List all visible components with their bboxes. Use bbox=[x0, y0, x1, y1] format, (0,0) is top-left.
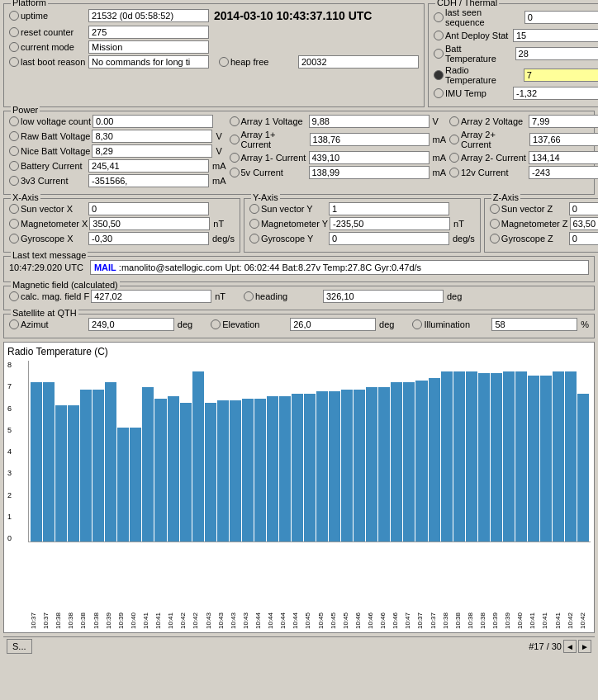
ymag-radio[interactable] bbox=[249, 219, 259, 229]
raw-batt-label: Raw Batt Voltage bbox=[21, 131, 90, 141]
arr1p-current-radio[interactable] bbox=[230, 135, 240, 144]
ysun-radio[interactable] bbox=[249, 204, 259, 214]
radio-temp-radio[interactable] bbox=[434, 70, 444, 80]
elevation-value[interactable] bbox=[290, 318, 376, 331]
arr1-volt-radio[interactable] bbox=[230, 116, 240, 126]
heading-radio[interactable] bbox=[244, 291, 254, 301]
x-label: 10:44 bbox=[254, 588, 266, 629]
ymag-value[interactable] bbox=[330, 217, 450, 230]
heap-radio[interactable] bbox=[219, 57, 229, 67]
arr2m-current-radio[interactable] bbox=[449, 153, 459, 163]
imu-temp-radio[interactable] bbox=[434, 88, 444, 98]
boot-value[interactable] bbox=[88, 55, 209, 69]
xmag-radio[interactable] bbox=[9, 219, 19, 229]
msg-content: MAIL :manolito@satellogic.com Upt: 06:02… bbox=[90, 260, 589, 275]
zsun-value[interactable] bbox=[569, 202, 598, 215]
mode-label: current mode bbox=[21, 42, 87, 52]
low-volt-value[interactable] bbox=[93, 115, 213, 128]
v3-current-radio[interactable] bbox=[9, 176, 19, 186]
x-label: 10:42 bbox=[567, 588, 578, 629]
x-label: 10:43 bbox=[242, 588, 254, 629]
chart-bar bbox=[316, 391, 328, 542]
zgyro-radio[interactable] bbox=[490, 234, 500, 244]
ysun-value[interactable] bbox=[329, 202, 449, 215]
v12-current-label: 12v Current bbox=[461, 168, 527, 177]
arr2p-current-value[interactable] bbox=[529, 133, 598, 146]
elevation-radio[interactable] bbox=[211, 319, 221, 329]
last-seen-value[interactable] bbox=[524, 11, 598, 24]
ant-deploy-radio[interactable] bbox=[434, 31, 444, 40]
illumination-value[interactable] bbox=[491, 318, 577, 331]
batt-current-value[interactable] bbox=[88, 159, 209, 173]
v5-current-unit: mA bbox=[433, 168, 447, 177]
zmag-radio[interactable] bbox=[490, 219, 500, 229]
ygyro-value[interactable] bbox=[329, 232, 449, 245]
ygyro-radio[interactable] bbox=[249, 234, 259, 244]
x-label: 10:46 bbox=[379, 588, 391, 629]
arr1m-current-radio[interactable] bbox=[230, 153, 240, 163]
arr1-volt-value[interactable] bbox=[309, 115, 430, 128]
xsun-value[interactable] bbox=[88, 202, 209, 215]
raw-batt-radio[interactable] bbox=[9, 131, 19, 141]
radio-temp-value[interactable] bbox=[524, 69, 598, 82]
last-seen-radio[interactable] bbox=[434, 12, 444, 22]
xsun-radio[interactable] bbox=[9, 204, 19, 214]
mode-radio[interactable] bbox=[9, 42, 19, 52]
arr2m-current-value[interactable] bbox=[529, 151, 598, 164]
arr1p-current-value[interactable] bbox=[310, 133, 430, 146]
calc-mag-radio[interactable] bbox=[9, 291, 19, 301]
arr1m-current-value[interactable] bbox=[309, 151, 430, 164]
xgyro-radio[interactable] bbox=[9, 234, 19, 244]
boot-radio[interactable] bbox=[9, 57, 19, 67]
x-label: 10:42 bbox=[179, 588, 191, 629]
nice-batt-value[interactable] bbox=[92, 144, 212, 158]
illumination-radio[interactable] bbox=[412, 319, 422, 329]
batt-temp-radio[interactable] bbox=[434, 49, 444, 59]
batt-temp-value[interactable] bbox=[515, 47, 598, 60]
yaxis-group: Y-Axis Sun vector Y Magnetometer Y nT Gy… bbox=[244, 198, 481, 253]
arr2-volt-radio[interactable] bbox=[449, 116, 459, 126]
uptime-label: uptime bbox=[21, 11, 87, 21]
arr2p-current-radio[interactable] bbox=[449, 135, 459, 144]
xgyro-value[interactable] bbox=[88, 232, 209, 245]
low-volt-radio[interactable] bbox=[9, 116, 19, 126]
reset-radio[interactable] bbox=[9, 27, 19, 37]
nav-next-button[interactable]: ► bbox=[578, 640, 591, 653]
calc-mag-value[interactable] bbox=[91, 290, 211, 303]
uptime-radio[interactable] bbox=[9, 11, 19, 21]
uptime-value[interactable] bbox=[88, 9, 209, 22]
heading-value[interactable] bbox=[323, 290, 444, 303]
v5-current-radio[interactable] bbox=[230, 168, 240, 177]
mode-value[interactable] bbox=[88, 40, 209, 54]
msg-body: Upt: 06:02:44 Bat:8.27v Temp:27.8C Gyr:0… bbox=[225, 262, 421, 272]
batt-current-radio[interactable] bbox=[9, 161, 19, 171]
imu-temp-value[interactable] bbox=[513, 87, 598, 100]
arr2-volt-value[interactable] bbox=[529, 115, 598, 128]
heap-value[interactable] bbox=[298, 55, 419, 69]
chart-bar bbox=[441, 371, 453, 542]
nice-batt-radio[interactable] bbox=[9, 146, 19, 156]
chart-box: Radio Temperature (C) 8 7 6 5 4 3 2 1 0 … bbox=[3, 342, 595, 633]
v3-current-value[interactable] bbox=[88, 174, 209, 187]
raw-batt-value[interactable] bbox=[92, 130, 212, 143]
xaxis-label: X-Axis bbox=[11, 192, 40, 202]
nav-prev-button[interactable]: ◄ bbox=[563, 640, 577, 653]
power-group: Power low voltage count Raw Batt Voltage… bbox=[3, 111, 595, 195]
v12-current-radio[interactable] bbox=[449, 168, 459, 177]
azimut-value[interactable] bbox=[88, 318, 174, 331]
azimut-radio[interactable] bbox=[9, 319, 19, 329]
reset-value[interactable] bbox=[88, 26, 209, 39]
arr1p-current-label: Array 1+ Current bbox=[241, 130, 308, 149]
xmag-value[interactable] bbox=[89, 217, 210, 230]
zmag-value[interactable] bbox=[570, 217, 598, 230]
x-label: 10:40 bbox=[516, 588, 528, 629]
zsun-radio[interactable] bbox=[490, 204, 500, 214]
status-button[interactable]: S... bbox=[7, 639, 32, 654]
zgyro-value[interactable] bbox=[569, 232, 598, 245]
arr1m-current-label: Array 1- Current bbox=[241, 153, 307, 163]
chart-bar bbox=[267, 396, 278, 542]
v5-current-value[interactable] bbox=[309, 166, 430, 179]
v12-current-value[interactable] bbox=[529, 166, 598, 179]
ant-deploy-value[interactable] bbox=[513, 29, 598, 42]
x-label: 10:41 bbox=[154, 588, 166, 629]
